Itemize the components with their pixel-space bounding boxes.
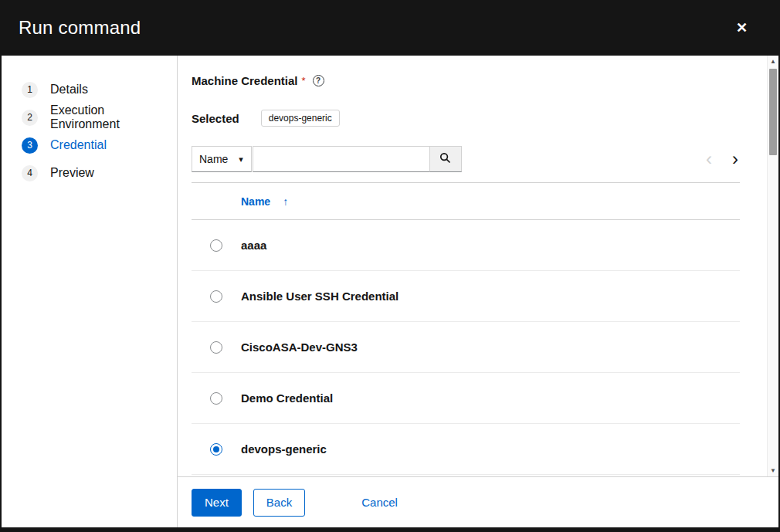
previous-page-icon[interactable]: ‹ bbox=[706, 150, 712, 168]
step-label: Preview bbox=[50, 166, 94, 180]
row-radio[interactable] bbox=[210, 341, 222, 354]
credential-step-content: Machine Credential * ? Selected devops-g… bbox=[178, 56, 778, 476]
name-column-header[interactable]: Name ↑ bbox=[241, 195, 288, 208]
radio-cell bbox=[192, 392, 241, 405]
row-radio[interactable] bbox=[210, 392, 222, 405]
credential-name: Ansible User SSH Credential bbox=[241, 290, 398, 303]
field-label-row: Machine Credential * ? bbox=[192, 73, 740, 88]
search-toolbar: Name ▾ ‹ › bbox=[192, 146, 740, 172]
radio-cell bbox=[192, 290, 241, 303]
step-label: Credential bbox=[50, 138, 107, 152]
radio-cell bbox=[192, 443, 241, 456]
sort-ascending-icon[interactable]: ↑ bbox=[283, 195, 288, 208]
wizard-step-nav: 1 Details 2 Execution Environment 3 Cred… bbox=[2, 56, 178, 527]
vertical-scrollbar[interactable]: ▲ ▼ bbox=[767, 56, 778, 476]
required-asterisk: * bbox=[302, 75, 306, 86]
step-number: 3 bbox=[22, 137, 38, 154]
row-radio[interactable] bbox=[210, 290, 222, 303]
radio-cell bbox=[192, 239, 241, 252]
wizard-step-credential[interactable]: 3 Credential bbox=[2, 131, 177, 159]
row-radio[interactable] bbox=[210, 239, 222, 252]
credential-name: devops-generic bbox=[241, 442, 327, 456]
modal-title: Run command bbox=[19, 17, 141, 39]
table-header-row: Name ↑ bbox=[192, 183, 740, 220]
radio-cell bbox=[192, 341, 241, 354]
selected-credential-chip[interactable]: devops-generic bbox=[261, 110, 340, 127]
credential-name: Demo Credential bbox=[241, 391, 333, 405]
step-label: Details bbox=[50, 83, 88, 97]
search-button[interactable] bbox=[430, 146, 462, 172]
table-row[interactable]: devops-generic bbox=[192, 424, 740, 475]
pagination: ‹ › bbox=[706, 150, 740, 168]
step-number: 1 bbox=[22, 82, 38, 98]
wizard-step-details[interactable]: 1 Details bbox=[2, 76, 177, 103]
step-number: 2 bbox=[22, 110, 38, 126]
selected-label: Selected bbox=[192, 112, 239, 125]
machine-credential-label: Machine Credential bbox=[192, 74, 298, 87]
credentials-table: Name ↑ aaaa Ansible U bbox=[192, 182, 740, 475]
run-command-modal: Run command ✕ 1 Details 2 Execution Envi… bbox=[0, 0, 780, 532]
close-icon[interactable]: ✕ bbox=[736, 21, 748, 35]
next-page-icon[interactable]: › bbox=[732, 150, 738, 168]
row-radio[interactable] bbox=[210, 443, 222, 456]
table-row[interactable]: CiscoASA-Dev-GNS3 bbox=[192, 322, 740, 373]
search-input[interactable] bbox=[253, 146, 430, 172]
table-row[interactable]: Demo Credential bbox=[192, 373, 740, 424]
credential-name: CiscoASA-Dev-GNS3 bbox=[241, 341, 358, 354]
cancel-button[interactable]: Cancel bbox=[349, 489, 410, 517]
step-number: 4 bbox=[22, 165, 38, 181]
credential-name: aaaa bbox=[241, 239, 266, 252]
step-content-column: Machine Credential * ? Selected devops-g… bbox=[178, 56, 778, 527]
scroll-down-icon[interactable]: ▼ bbox=[768, 465, 778, 476]
wizard-step-execution-environment[interactable]: 2 Execution Environment bbox=[2, 103, 177, 131]
scrollbar-thumb[interactable] bbox=[769, 69, 777, 155]
modal-header: Run command ✕ bbox=[2, 0, 778, 56]
filter-key-select[interactable]: Name ▾ bbox=[192, 146, 252, 172]
filter-key-label: Name bbox=[199, 153, 228, 165]
table-row[interactable]: Ansible User SSH Credential bbox=[192, 271, 740, 322]
name-column-label: Name bbox=[241, 195, 270, 208]
step-label: Execution Environment bbox=[50, 103, 177, 131]
search-icon bbox=[439, 152, 451, 166]
table-row[interactable]: aaaa bbox=[192, 220, 740, 271]
scroll-up-icon[interactable]: ▲ bbox=[768, 56, 778, 67]
modal-body: 1 Details 2 Execution Environment 3 Cred… bbox=[2, 56, 778, 527]
wizard-step-preview[interactable]: 4 Preview bbox=[2, 159, 177, 187]
next-button[interactable]: Next bbox=[192, 489, 242, 517]
wizard-footer: Next Back Cancel bbox=[178, 476, 778, 527]
chevron-down-icon: ▾ bbox=[239, 154, 243, 164]
selected-row: Selected devops-generic bbox=[192, 109, 740, 127]
help-icon[interactable]: ? bbox=[313, 75, 324, 86]
back-button[interactable]: Back bbox=[253, 489, 305, 517]
